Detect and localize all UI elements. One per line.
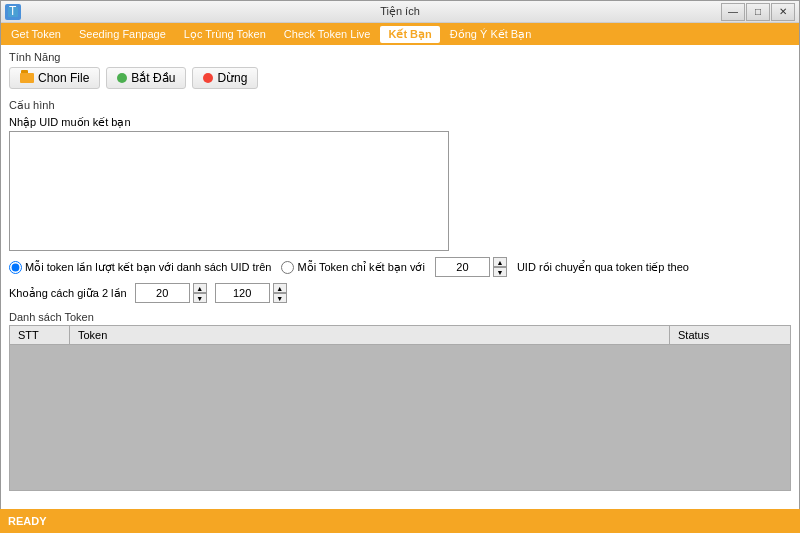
menu-check-token-live[interactable]: Check Token Live	[276, 26, 379, 42]
chon-file-label: Chon File	[38, 71, 89, 85]
title-bar-controls: — □ ✕	[721, 3, 795, 21]
minimize-button[interactable]: —	[721, 3, 745, 21]
dung-button[interactable]: Dừng	[192, 67, 258, 89]
table-header: STT Token Status	[10, 326, 790, 345]
tinh-nang-section: Tính Năng Chon File Bắt Đầu Dừng	[9, 51, 791, 89]
distance-2-up[interactable]: ▲	[273, 283, 287, 293]
status-bar: READY	[0, 509, 800, 533]
folder-icon	[20, 73, 34, 83]
menu-seeding-fanpage[interactable]: Seeding Fanpage	[71, 26, 174, 42]
menu-dong-y-ket-ban[interactable]: Đồng Ý Kết Bạn	[442, 26, 540, 43]
radio-group-1: Mỗi token lần lượt kết bạn với danh sách…	[9, 261, 271, 274]
menu-loc-trung-token[interactable]: Lọc Trùng Token	[176, 26, 274, 43]
toolbar: Chon File Bắt Đầu Dừng	[9, 67, 791, 89]
distance-spinbox-1: ▲ ▼	[135, 283, 207, 303]
radio-label-1: Mỗi token lần lượt kết bạn với danh sách…	[25, 261, 271, 274]
distance-spin-1-buttons: ▲ ▼	[193, 283, 207, 303]
stop-icon	[203, 73, 213, 83]
uid-input-label: Nhập UID muốn kết bạn	[9, 116, 791, 129]
col-stt: STT	[10, 326, 70, 344]
token-count-spin-buttons: ▲ ▼	[493, 257, 507, 277]
radio-label-2: Mỗi Token chỉ kết bạn với	[297, 261, 424, 274]
close-button[interactable]: ✕	[771, 3, 795, 21]
maximize-button[interactable]: □	[746, 3, 770, 21]
uid-suffix-text: UID rồi chuyển qua token tiếp theo	[517, 261, 689, 274]
menu-bar: Get Token Seeding Fanpage Lọc Trùng Toke…	[1, 23, 799, 45]
bat-dau-button[interactable]: Bắt Đầu	[106, 67, 186, 89]
distance-1-up[interactable]: ▲	[193, 283, 207, 293]
token-table-section: Danh sách Token STT Token Status	[9, 311, 791, 491]
distance-row: Khoảng cách giữa 2 lần ▲ ▼ ▲ ▼	[9, 283, 791, 303]
uid-textarea[interactable]	[9, 131, 449, 251]
bat-dau-label: Bắt Đầu	[131, 71, 175, 85]
chon-file-button[interactable]: Chon File	[9, 67, 100, 89]
token-count-down[interactable]: ▼	[493, 267, 507, 277]
distance-input-1[interactable]	[135, 283, 190, 303]
cau-hinh-section: Cấu hình Nhập UID muốn kết bạn Mỗi token…	[9, 99, 791, 303]
options-row: Mỗi token lần lượt kết bạn với danh sách…	[9, 257, 791, 277]
distance-1-down[interactable]: ▼	[193, 293, 207, 303]
radio-option-1[interactable]	[9, 261, 22, 274]
tinh-nang-label: Tính Năng	[9, 51, 791, 63]
play-icon	[117, 73, 127, 83]
title-bar-left: T	[5, 4, 21, 20]
radio-group-2: Mỗi Token chỉ kết bạn với	[281, 261, 424, 274]
window-title: Tiện ích	[380, 5, 420, 18]
svg-text:T: T	[9, 6, 17, 18]
distance-label: Khoảng cách giữa 2 lần	[9, 287, 127, 300]
distance-spinbox-2: ▲ ▼	[215, 283, 287, 303]
title-bar: T Tiện ích — □ ✕	[1, 1, 799, 23]
token-count-spinbox: ▲ ▼	[435, 257, 507, 277]
token-count-input[interactable]	[435, 257, 490, 277]
status-text: READY	[8, 515, 47, 527]
distance-input-2[interactable]	[215, 283, 270, 303]
distance-spin-2-buttons: ▲ ▼	[273, 283, 287, 303]
token-table-body	[10, 345, 790, 490]
cau-hinh-label: Cấu hình	[9, 99, 791, 112]
token-table-container: STT Token Status	[9, 325, 791, 491]
token-count-up[interactable]: ▲	[493, 257, 507, 267]
app-icon: T	[5, 4, 21, 20]
token-table-label: Danh sách Token	[9, 311, 791, 323]
dung-label: Dừng	[217, 71, 247, 85]
col-status: Status	[670, 326, 790, 344]
distance-2-down[interactable]: ▼	[273, 293, 287, 303]
menu-get-token[interactable]: Get Token	[3, 26, 69, 42]
menu-ket-ban[interactable]: Kết Bạn	[380, 26, 439, 43]
main-content: Tính Năng Chon File Bắt Đầu Dừng Cấu hìn…	[1, 45, 799, 510]
col-token: Token	[70, 326, 670, 344]
radio-option-2[interactable]	[281, 261, 294, 274]
